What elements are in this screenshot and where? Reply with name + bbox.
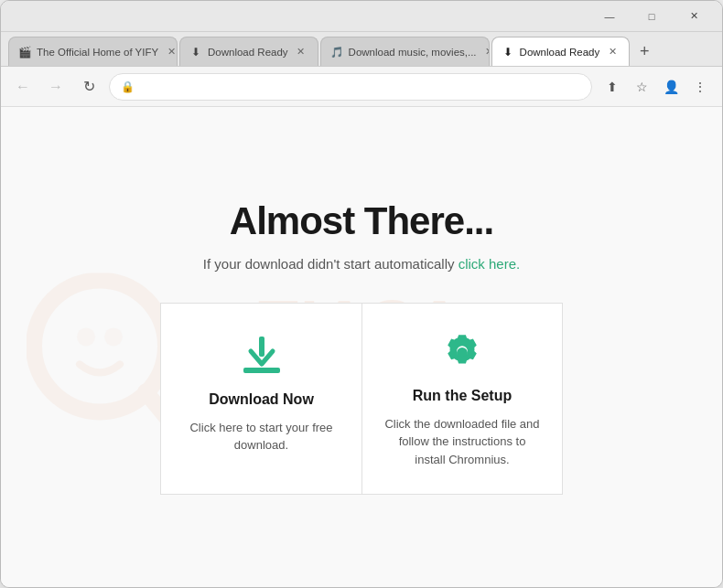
tab-yify-close[interactable]: ✕ bbox=[164, 45, 178, 59]
tab-download2-close[interactable]: ✕ bbox=[605, 45, 620, 59]
cards-row: Download Now Click here to start your fr… bbox=[160, 303, 563, 496]
new-tab-button[interactable]: + bbox=[631, 38, 657, 64]
setup-card-desc: Click the downloaded file and follow the… bbox=[384, 415, 540, 469]
svg-rect-4 bbox=[243, 368, 280, 373]
page-main-title: Almost There... bbox=[230, 199, 493, 243]
download-icon bbox=[238, 331, 286, 379]
setup-card-title: Run the Setup bbox=[413, 388, 512, 404]
tab-download1-close[interactable]: ✕ bbox=[294, 45, 308, 59]
tab-download-ready-2[interactable]: ⬇ Download Ready ✕ bbox=[491, 37, 631, 66]
tab-download1-favicon: ⬇ bbox=[189, 46, 202, 59]
refresh-button[interactable]: ↻ bbox=[76, 74, 102, 100]
forward-button[interactable]: → bbox=[43, 74, 69, 100]
tab-download1-label: Download Ready bbox=[208, 47, 288, 58]
tab-music-favicon: 🎵 bbox=[330, 46, 343, 59]
page-content: TIASA .COM Almost There... If your downl… bbox=[1, 107, 722, 587]
url-bar[interactable]: 🔒 bbox=[109, 73, 592, 101]
address-bar: ← → ↻ 🔒 ⬆ ☆ 👤 ⋮ bbox=[1, 67, 722, 107]
svg-rect-5 bbox=[259, 337, 264, 357]
profile-button[interactable]: 👤 bbox=[658, 74, 684, 100]
subtitle-text: If your download didn't start automatica… bbox=[203, 256, 455, 272]
close-button[interactable]: ✕ bbox=[673, 1, 715, 32]
content-inner: Almost There... If your download didn't … bbox=[1, 199, 722, 496]
window-controls: — □ ✕ bbox=[588, 1, 715, 32]
toolbar-actions: ⬆ ☆ 👤 ⋮ bbox=[599, 74, 713, 100]
tab-yify-favicon: 🎬 bbox=[18, 46, 31, 59]
tab-yify[interactable]: 🎬 The Official Home of YIFY ✕ bbox=[8, 37, 178, 66]
tabs-bar: 🎬 The Official Home of YIFY ✕ ⬇ Download… bbox=[1, 32, 722, 67]
download-card-desc: Click here to start your free download. bbox=[183, 419, 340, 454]
tab-music-label: Download music, movies,... bbox=[349, 47, 477, 58]
click-here-link[interactable]: click here. bbox=[459, 256, 521, 272]
tab-music-close[interactable]: ✕ bbox=[482, 45, 490, 59]
gear-icon bbox=[440, 331, 484, 375]
menu-button[interactable]: ⋮ bbox=[687, 74, 713, 100]
tab-download-ready-1[interactable]: ⬇ Download Ready ✕ bbox=[179, 37, 318, 66]
back-button[interactable]: ← bbox=[10, 74, 36, 100]
download-now-card[interactable]: Download Now Click here to start your fr… bbox=[160, 303, 362, 496]
tab-yify-label: The Official Home of YIFY bbox=[37, 47, 158, 58]
browser-window: — □ ✕ 🎬 The Official Home of YIFY ✕ ⬇ Do… bbox=[0, 0, 723, 588]
share-button[interactable]: ⬆ bbox=[599, 74, 625, 100]
tab-music[interactable]: 🎵 Download music, movies,... ✕ bbox=[320, 37, 490, 66]
title-bar: — □ ✕ bbox=[1, 1, 722, 32]
bookmark-button[interactable]: ☆ bbox=[629, 74, 654, 100]
maximize-button[interactable]: □ bbox=[631, 1, 673, 32]
page-subtitle: If your download didn't start automatica… bbox=[203, 256, 520, 272]
tab-download2-label: Download Ready bbox=[520, 47, 600, 58]
lock-icon: 🔒 bbox=[121, 80, 135, 93]
download-card-title: Download Now bbox=[209, 391, 314, 408]
tab-download2-favicon: ⬇ bbox=[502, 46, 514, 59]
run-setup-card[interactable]: Run the Setup Click the downloaded file … bbox=[362, 303, 563, 496]
minimize-button[interactable]: — bbox=[588, 1, 631, 32]
